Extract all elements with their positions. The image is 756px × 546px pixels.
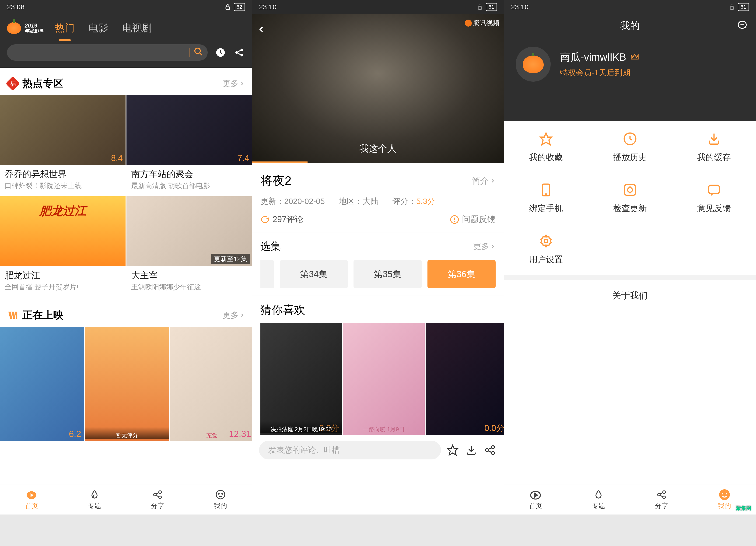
svg-point-45 bbox=[719, 489, 730, 500]
action-bind-phone[interactable]: 绑定手机 bbox=[504, 182, 588, 214]
recommendation-item[interactable]: 一路向暖 1月9日 bbox=[343, 323, 425, 435]
messages-button[interactable] bbox=[737, 20, 748, 31]
battery-indicator: 61 bbox=[738, 3, 749, 11]
search-input[interactable] bbox=[12, 48, 189, 57]
nav-home[interactable]: 首页 bbox=[504, 484, 567, 515]
tab-hot[interactable]: 热门 bbox=[53, 17, 77, 39]
video-progress-bar[interactable] bbox=[252, 161, 308, 163]
recommendations-title: 猜你喜欢 bbox=[260, 302, 504, 317]
action-history[interactable]: 播放历史 bbox=[588, 131, 672, 163]
nav-mine[interactable]: 我的 bbox=[189, 484, 252, 515]
vip-status: 特权会员-1天后到期 bbox=[560, 67, 744, 78]
episode-item-active[interactable]: 第36集 bbox=[427, 260, 496, 288]
svg-rect-29 bbox=[730, 7, 734, 9]
update-icon bbox=[622, 182, 638, 198]
nav-topic[interactable]: 专题 bbox=[567, 484, 630, 515]
media-card[interactable]: 7.4 南方车站的聚会 最新高清版 胡歌首部电影 bbox=[126, 95, 252, 195]
more-link[interactable]: 更多 bbox=[223, 78, 245, 89]
episode-list[interactable]: 第34集 第35集 第36集 bbox=[260, 260, 496, 288]
video-source-watermark: 腾讯视频 bbox=[465, 19, 499, 28]
user-name: 南瓜-vimwlIKB bbox=[560, 50, 626, 64]
svg-line-15 bbox=[156, 495, 159, 497]
chevron-right-icon bbox=[490, 244, 496, 249]
tab-movie[interactable]: 电影 bbox=[86, 17, 111, 39]
svg-line-28 bbox=[488, 451, 492, 452]
phone-home-screen: 23:08 62 2019 年度影单 热门 电影 电视剧 bbox=[0, 0, 252, 515]
episode-item[interactable]: 第35集 bbox=[353, 260, 422, 288]
section-title: 热点专区 bbox=[22, 77, 223, 90]
episodes-title: 选集 bbox=[260, 239, 281, 253]
svg-line-8 bbox=[238, 53, 241, 55]
svg-point-26 bbox=[491, 451, 494, 455]
action-check-update[interactable]: 检查更新 bbox=[588, 182, 672, 214]
user-profile-row[interactable]: 南瓜-vimwlIKB 特权会员-1天后到期 bbox=[504, 37, 756, 91]
nav-share[interactable]: 分享 bbox=[630, 484, 693, 515]
favorite-button[interactable] bbox=[446, 443, 460, 457]
comment-bar: 发表您的评论、吐槽 bbox=[252, 435, 504, 465]
card-subtitle: 王源欧阳娜娜少年征途 bbox=[126, 282, 252, 297]
year-logo: 2019 年度影单 bbox=[25, 23, 43, 33]
section-title: 正在上映 bbox=[22, 308, 223, 322]
video-title: 将夜2 bbox=[260, 173, 291, 189]
tab-tv[interactable]: 电视剧 bbox=[120, 17, 154, 39]
share-button[interactable] bbox=[483, 443, 497, 457]
recommendations-section: 猜你喜欢 0.0分 决胜法庭 2月2日晚19:30 一路向暖 1月9日 0.0分 bbox=[252, 295, 504, 435]
media-card[interactable]: 肥龙过江 肥龙过江 全网首播 甄子丹贺岁片! bbox=[0, 196, 126, 297]
app-logo[interactable]: 2019 年度影单 bbox=[7, 22, 43, 34]
gear-icon bbox=[538, 233, 554, 249]
episodes-more-link[interactable]: 更多 bbox=[473, 241, 496, 252]
svg-line-7 bbox=[238, 50, 241, 52]
action-favorites[interactable]: 我的收藏 bbox=[504, 131, 588, 163]
nav-home[interactable]: 首页 bbox=[0, 484, 63, 515]
star-icon bbox=[447, 444, 459, 456]
action-feedback[interactable]: 意见反馈 bbox=[672, 182, 756, 214]
search-icon[interactable] bbox=[194, 47, 203, 58]
intro-link[interactable]: 简介 bbox=[472, 175, 496, 187]
card-image: 7.4 bbox=[126, 95, 252, 165]
history-icon[interactable] bbox=[215, 47, 226, 58]
share-nodes-icon bbox=[484, 444, 496, 456]
card-title: 大主宰 bbox=[126, 266, 252, 282]
download-button[interactable] bbox=[464, 443, 478, 457]
svg-marker-23 bbox=[448, 445, 458, 455]
comment-input[interactable]: 发表您的评论、吐槽 bbox=[259, 441, 441, 459]
poster-row[interactable]: 6.2 暂无评分 12.31宠爱 bbox=[0, 327, 252, 441]
recommendations-list[interactable]: 0.0分 决胜法庭 2月2日晚19:30 一路向暖 1月9日 0.0分 bbox=[260, 323, 504, 435]
poster-item[interactable]: 12.31宠爱 bbox=[170, 327, 252, 441]
video-player[interactable]: 23:10 61 腾讯视频 我这个人 bbox=[252, 0, 504, 163]
media-card[interactable]: 8.4 乔乔的异想世界 口碑炸裂！影院还未上线 bbox=[0, 95, 126, 195]
comments-link[interactable]: 297评论 bbox=[260, 214, 303, 225]
lock-icon bbox=[729, 4, 735, 10]
recommendation-item[interactable]: 0.0分 决胜法庭 2月2日晚19:30 bbox=[260, 323, 342, 435]
media-card[interactable]: 更新至12集 大主宰 王源欧阳娜娜少年征途 bbox=[126, 196, 252, 297]
phone-icon bbox=[538, 182, 554, 198]
main-content[interactable]: 福 热点专区 更多 8.4 乔乔的异想世界 口碑炸裂！影院还未上线 7.4 南方… bbox=[0, 68, 252, 484]
back-button[interactable] bbox=[257, 23, 266, 37]
about-link[interactable]: 关于我们 bbox=[504, 280, 756, 311]
svg-marker-31 bbox=[540, 133, 552, 145]
poster-item[interactable]: 暂无评分 bbox=[85, 327, 169, 441]
lock-icon bbox=[477, 4, 483, 10]
chevron-right-icon bbox=[239, 312, 245, 318]
action-downloads[interactable]: 我的缓存 bbox=[672, 131, 756, 163]
episode-item-partial[interactable] bbox=[260, 260, 274, 288]
episode-item[interactable]: 第34集 bbox=[280, 260, 348, 288]
svg-line-14 bbox=[156, 492, 159, 494]
clock-icon bbox=[622, 131, 638, 147]
nav-topic[interactable]: 专题 bbox=[63, 484, 126, 515]
more-link[interactable]: 更多 bbox=[223, 310, 245, 321]
download-icon bbox=[465, 444, 477, 456]
share-icon[interactable] bbox=[233, 47, 245, 58]
svg-point-42 bbox=[663, 496, 665, 498]
chat-icon bbox=[706, 182, 722, 198]
svg-point-25 bbox=[491, 446, 494, 449]
nav-share[interactable]: 分享 bbox=[126, 484, 189, 515]
action-settings[interactable]: 用户设置 bbox=[504, 233, 588, 265]
svg-line-27 bbox=[488, 448, 492, 449]
svg-point-11 bbox=[154, 493, 156, 496]
feedback-link[interactable]: 问题反馈 bbox=[450, 214, 496, 225]
bottom-nav: 首页 专题 分享 我的 bbox=[0, 484, 252, 515]
search-box[interactable] bbox=[7, 44, 208, 61]
recommendation-item[interactable]: 0.0分 bbox=[426, 323, 504, 435]
poster-item[interactable]: 6.2 bbox=[0, 327, 84, 441]
